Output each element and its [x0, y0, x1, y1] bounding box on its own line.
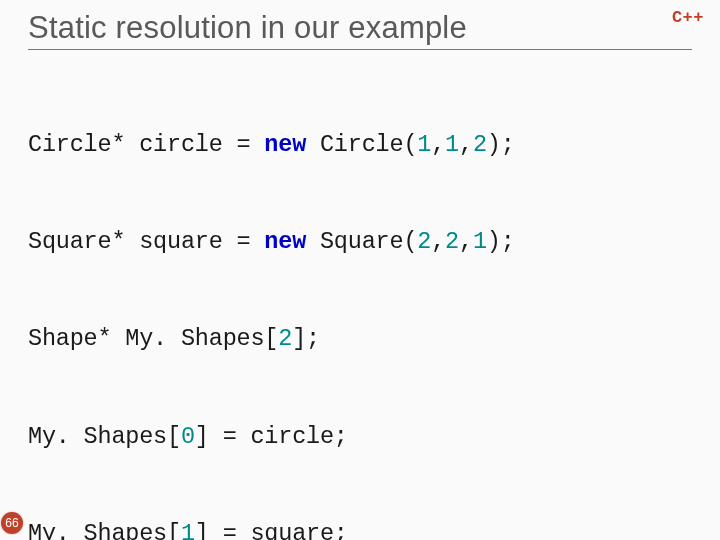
code-text: Square( — [306, 228, 417, 255]
number-literal: 2 — [473, 131, 487, 158]
slide: C++ Static resolution in our example Cir… — [0, 0, 720, 540]
code-text: , — [459, 228, 473, 255]
number-literal: 2 — [445, 228, 459, 255]
number-literal: 1 — [417, 131, 431, 158]
code-text: ]; — [292, 325, 320, 352]
title-divider — [28, 49, 692, 50]
number-literal: 1 — [473, 228, 487, 255]
code-line: Shape* My. Shapes[2]; — [28, 323, 692, 355]
language-badge: C++ — [672, 8, 704, 27]
number-literal: 1 — [445, 131, 459, 158]
slide-title: Static resolution in our example — [28, 10, 692, 46]
code-text: , — [459, 131, 473, 158]
code-text: , — [431, 131, 445, 158]
code-text: ); — [487, 228, 515, 255]
code-text: My. Shapes[ — [28, 423, 181, 450]
keyword-new: new — [264, 131, 306, 158]
number-literal: 0 — [181, 423, 195, 450]
number-literal: 2 — [417, 228, 431, 255]
code-text: ] = square; — [195, 520, 348, 540]
code-line: My. Shapes[1] = square; — [28, 518, 692, 540]
code-text: Circle( — [306, 131, 417, 158]
number-literal: 1 — [181, 520, 195, 540]
keyword-new: new — [264, 228, 306, 255]
code-line: Square* square = new Square(2,2,1); — [28, 226, 692, 258]
code-line: My. Shapes[0] = circle; — [28, 421, 692, 453]
code-text: Square* square = — [28, 228, 264, 255]
code-text: Circle* circle = — [28, 131, 264, 158]
code-text: , — [431, 228, 445, 255]
page-number-badge: 66 — [1, 512, 23, 534]
code-text: ] = circle; — [195, 423, 348, 450]
number-literal: 2 — [278, 325, 292, 352]
code-text: My. Shapes[ — [28, 520, 181, 540]
code-block-1: Circle* circle = new Circle(1,1,2); Squa… — [28, 64, 692, 540]
code-line: Circle* circle = new Circle(1,1,2); — [28, 129, 692, 161]
code-text: ); — [487, 131, 515, 158]
code-text: Shape* My. Shapes[ — [28, 325, 278, 352]
